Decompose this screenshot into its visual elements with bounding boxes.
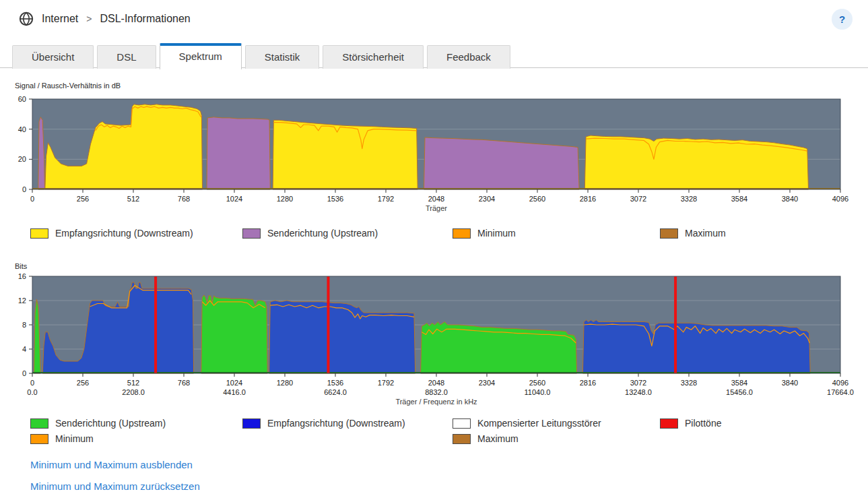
svg-text:2208.0: 2208.0 xyxy=(122,388,145,396)
tab-uebersicht[interactable]: Übersicht xyxy=(12,45,94,69)
svg-text:768: 768 xyxy=(178,195,190,203)
legend-label: Kompensierter Leitungsstörer xyxy=(477,418,601,429)
svg-text:1792: 1792 xyxy=(378,379,394,387)
tab-stoersicherheit[interactable]: Störsicherheit xyxy=(323,45,424,69)
legend-swatch xyxy=(242,228,261,239)
svg-text:4096: 4096 xyxy=(832,195,848,203)
legend-item: Minimum xyxy=(30,433,94,444)
reset-min-max-link[interactable]: Minimum und Maximum zurücksetzen xyxy=(30,480,200,492)
legend-swatch xyxy=(453,434,471,444)
svg-text:Träger: Träger xyxy=(426,204,447,212)
svg-text:2816: 2816 xyxy=(580,195,596,203)
legend-item: Senderichtung (Upstream) xyxy=(30,418,166,429)
svg-text:4416.0: 4416.0 xyxy=(223,388,246,396)
svg-text:40: 40 xyxy=(18,125,26,133)
legend-item: Kompensierter Leitungsstörer xyxy=(453,418,601,429)
legend-label: Minimum xyxy=(55,433,94,444)
svg-text:512: 512 xyxy=(127,379,139,387)
legend-swatch xyxy=(30,228,48,239)
legend-swatch xyxy=(453,228,471,239)
snr-legend: Empfangsrichtung (Downstream)Senderichtu… xyxy=(0,228,868,241)
svg-text:11040.0: 11040.0 xyxy=(525,388,551,396)
svg-text:1792: 1792 xyxy=(378,195,394,203)
legend-swatch xyxy=(242,418,261,429)
bits-legend: Senderichtung (Upstream)Empfangsrichtung… xyxy=(0,418,868,448)
tab-feedback[interactable]: Feedback xyxy=(427,45,510,69)
legend-item: Minimum xyxy=(453,228,516,239)
svg-text:8832.0: 8832.0 xyxy=(425,388,448,396)
legend-swatch xyxy=(453,418,471,429)
legend-item: Senderichtung (Upstream) xyxy=(242,228,378,239)
svg-text:3072: 3072 xyxy=(630,379,646,387)
snr-spectrum-chart: 0256512768102412801536179220482304256028… xyxy=(0,94,868,222)
tab-spektrum[interactable]: Spektrum xyxy=(160,43,242,69)
svg-text:12: 12 xyxy=(18,297,26,305)
svg-text:1024: 1024 xyxy=(226,195,242,203)
svg-text:2304: 2304 xyxy=(479,195,495,203)
svg-text:0: 0 xyxy=(30,195,34,203)
svg-text:16: 16 xyxy=(18,272,26,280)
svg-text:1536: 1536 xyxy=(327,379,343,387)
svg-text:3584: 3584 xyxy=(731,195,747,203)
svg-text:4096: 4096 xyxy=(832,379,848,387)
legend-item: Empfangsrichtung (Downstream) xyxy=(30,228,193,239)
svg-text:1280: 1280 xyxy=(277,195,293,203)
svg-text:2304: 2304 xyxy=(479,379,495,387)
svg-text:2560: 2560 xyxy=(529,379,545,387)
breadcrumb-page: DSL-Informationen xyxy=(100,13,190,25)
svg-text:256: 256 xyxy=(77,379,89,387)
snr-chart-title: Signal / Rausch-Verhältnis in dB xyxy=(15,82,121,90)
svg-text:Träger / Frequenz in kHz: Träger / Frequenz in kHz xyxy=(395,398,477,406)
svg-text:3328: 3328 xyxy=(681,195,697,203)
legend-label: Empfangsrichtung (Downstream) xyxy=(267,418,405,429)
svg-text:512: 512 xyxy=(127,195,139,203)
svg-text:2560: 2560 xyxy=(529,195,545,203)
tab-statistik[interactable]: Statistik xyxy=(245,45,320,69)
svg-text:2048: 2048 xyxy=(428,379,444,387)
legend-item: Maximum xyxy=(660,228,726,239)
svg-text:6624.0: 6624.0 xyxy=(324,388,347,396)
svg-text:2816: 2816 xyxy=(580,379,596,387)
svg-text:1536: 1536 xyxy=(327,195,343,203)
svg-text:15456.0: 15456.0 xyxy=(726,388,753,396)
legend-label: Maximum xyxy=(477,433,519,444)
svg-text:17664.0: 17664.0 xyxy=(827,388,854,396)
svg-text:3584: 3584 xyxy=(731,379,747,387)
legend-label: Senderichtung (Upstream) xyxy=(267,228,378,239)
legend-swatch xyxy=(660,228,678,239)
svg-text:20: 20 xyxy=(18,155,26,163)
svg-text:3840: 3840 xyxy=(782,195,798,203)
svg-text:2048: 2048 xyxy=(428,195,444,203)
legend-label: Maximum xyxy=(685,228,726,239)
svg-text:60: 60 xyxy=(18,95,26,103)
svg-text:1280: 1280 xyxy=(277,379,293,387)
legend-label: Senderichtung (Upstream) xyxy=(55,418,166,429)
svg-text:256: 256 xyxy=(77,195,89,203)
svg-text:8: 8 xyxy=(22,321,26,329)
breadcrumb-section[interactable]: Internet xyxy=(42,13,78,25)
svg-text:4: 4 xyxy=(22,345,26,353)
legend-label: Pilottöne xyxy=(685,418,721,429)
legend-swatch xyxy=(30,434,48,444)
legend-swatch xyxy=(660,418,678,429)
svg-text:768: 768 xyxy=(178,379,190,387)
legend-swatch xyxy=(30,418,48,429)
svg-text:3840: 3840 xyxy=(782,379,798,387)
bits-chart-title: Bits xyxy=(15,262,27,270)
svg-text:0: 0 xyxy=(22,185,26,193)
bit-allocation-chart: 0256512768102412801536179220482304256028… xyxy=(0,272,868,413)
svg-text:3072: 3072 xyxy=(630,195,646,203)
help-button[interactable]: ? xyxy=(832,9,853,30)
hide-min-max-link[interactable]: Minimum und Maximum ausblenden xyxy=(30,459,193,470)
internet-globe-icon xyxy=(19,11,34,26)
legend-item: Pilottöne xyxy=(660,418,721,429)
svg-text:3328: 3328 xyxy=(681,379,697,387)
breadcrumb: Internet > DSL-Informationen xyxy=(19,11,191,26)
tab-dsl[interactable]: DSL xyxy=(97,45,156,69)
breadcrumb-separator-icon: > xyxy=(86,13,92,24)
legend-item: Maximum xyxy=(453,433,519,444)
svg-text:13248.0: 13248.0 xyxy=(625,388,652,396)
svg-text:0.0: 0.0 xyxy=(27,388,37,396)
svg-text:1024: 1024 xyxy=(226,379,242,387)
tab-bar: ÜbersichtDSLSpektrumStatistikStörsicherh… xyxy=(12,42,510,69)
